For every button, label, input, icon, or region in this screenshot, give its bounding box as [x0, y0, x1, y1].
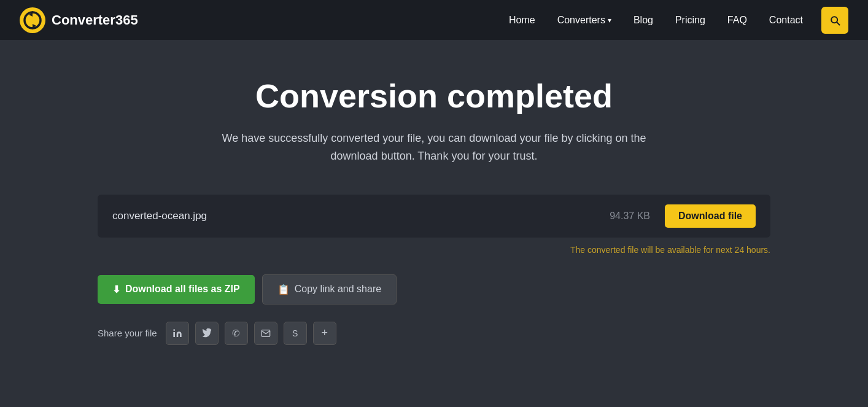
file-size: 94.37 KB — [610, 211, 650, 222]
availability-note: The converted file will be available for… — [98, 245, 770, 255]
actions-row: ⬇ Download all files as ZIP 📋 Copy link … — [98, 274, 770, 304]
download-zip-button[interactable]: ⬇ Download all files as ZIP — [98, 275, 255, 304]
share-email[interactable] — [254, 322, 277, 345]
copy-icon: 📋 — [277, 284, 290, 295]
logo-text: Converter365 — [52, 12, 138, 28]
share-twitter[interactable] — [195, 322, 219, 345]
copy-link-button[interactable]: 📋 Copy link and share — [262, 274, 397, 304]
nav-blog[interactable]: Blog — [625, 10, 662, 31]
share-linkedin[interactable] — [166, 322, 189, 345]
chevron-down-icon: ▾ — [608, 16, 611, 25]
main-nav: Home Converters ▾ Blog Pricing FAQ Conta… — [500, 7, 848, 34]
nav-pricing[interactable]: Pricing — [667, 10, 714, 31]
nav-faq[interactable]: FAQ — [719, 10, 756, 31]
linkedin-icon — [172, 328, 182, 338]
search-icon — [829, 14, 841, 26]
nav-contact[interactable]: Contact — [761, 10, 812, 31]
search-button[interactable] — [821, 7, 848, 34]
logo-icon — [20, 7, 45, 33]
file-actions: 94.37 KB Download file — [610, 204, 756, 228]
share-label: Share your file — [98, 328, 157, 338]
nav-converters[interactable]: Converters ▾ — [549, 10, 620, 31]
hero-subtitle: We have successfully converted your file… — [213, 130, 655, 165]
download-file-button[interactable]: Download file — [665, 204, 756, 228]
twitter-icon — [202, 328, 212, 338]
skype-icon: S — [292, 328, 298, 338]
share-whatsapp[interactable]: ✆ — [225, 322, 248, 345]
svg-point-2 — [173, 329, 175, 331]
page-title: Conversion completed — [98, 77, 770, 115]
nav-home[interactable]: Home — [500, 10, 544, 31]
email-icon — [261, 328, 271, 338]
file-row: converted-ocean.jpg 94.37 KB Download fi… — [98, 195, 770, 238]
whatsapp-icon: ✆ — [232, 328, 240, 339]
share-row: Share your file ✆ S + — [98, 322, 770, 345]
share-skype[interactable]: S — [284, 322, 307, 345]
logo[interactable]: Converter365 — [20, 7, 138, 33]
file-name: converted-ocean.jpg — [112, 210, 207, 222]
svg-rect-1 — [173, 332, 175, 337]
share-more[interactable]: + — [313, 322, 336, 345]
download-zip-icon: ⬇ — [112, 284, 120, 295]
more-icon: + — [321, 327, 328, 339]
